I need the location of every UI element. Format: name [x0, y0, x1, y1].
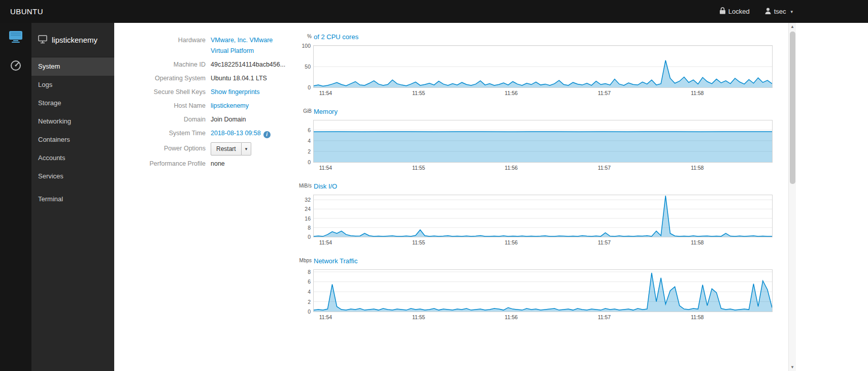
network-x-axis: 11:5411:5511:5611:5711:58: [313, 312, 773, 321]
scroll-up-arrow[interactable]: ▲: [789, 24, 796, 29]
chevron-down-icon: ▾: [790, 9, 793, 14]
machine-id-row: Machine ID 49c1822514114bacb456...: [114, 59, 299, 70]
charts-column: % of 2 CPU cores 050100 11:5411:5511:561…: [299, 32, 774, 331]
system-page: Hardware VMware, Inc. VMware Virtual Pla…: [114, 23, 788, 371]
os-label: Operating System: [114, 73, 206, 84]
user-icon: [765, 8, 771, 16]
restart-button[interactable]: Restart: [211, 142, 242, 156]
x-tick-label: 11:58: [691, 165, 704, 171]
os-value: Ubuntu 18.04.1 LTS: [211, 73, 267, 84]
topbar: UBUNTU Locked tsec ▾: [0, 0, 868, 23]
cpu-x-axis: 11:5411:5511:5611:5711:58: [313, 88, 773, 97]
x-tick-label: 11:56: [505, 90, 518, 96]
topbar-right: Locked tsec ▾: [720, 0, 793, 23]
network-traffic-chart-title-link[interactable]: Network Traffic: [314, 257, 357, 265]
chart-svg: [314, 270, 772, 312]
y-tick-label: 0: [308, 308, 311, 315]
icon-rail: [0, 23, 31, 371]
machines-nav-button[interactable]: [0, 30, 31, 45]
y-tick-label: 50: [305, 64, 311, 70]
x-tick-label: 11:55: [412, 314, 425, 320]
disk-io-x-axis: 11:5411:5511:5611:5711:58: [313, 237, 773, 246]
power-options-label: Power Options: [114, 142, 206, 156]
dashboard-nav-button[interactable]: [0, 59, 31, 74]
gauge-icon: [10, 59, 22, 74]
sidebar-item-logs[interactable]: Logs: [31, 76, 114, 94]
sidebar-item-containers[interactable]: Containers: [31, 131, 114, 149]
network-y-axis: 02468: [299, 269, 313, 312]
system-time-label: System Time: [114, 128, 206, 139]
y-tick-label: 4: [308, 289, 311, 295]
y-tick-label: 6: [308, 279, 311, 285]
x-tick-label: 11:56: [505, 165, 518, 171]
y-tick-label: 4: [308, 138, 311, 144]
memory-chart: GiB Memory 0246 11:5411:5511:5611:5711:5…: [299, 107, 774, 181]
system-time-link[interactable]: 2018-08-13 09:58: [211, 130, 261, 137]
x-tick-label: 11:56: [505, 314, 518, 320]
power-options-control: Restart ▾: [211, 142, 251, 156]
performance-profile-row: Performance Profile none: [114, 159, 299, 169]
show-fingerprints-link[interactable]: Show fingerprints: [211, 88, 260, 96]
y-tick-label: 8: [308, 225, 311, 231]
x-tick-label: 11:58: [691, 314, 704, 320]
x-tick-label: 11:56: [505, 239, 518, 245]
performance-profile-label: Performance Profile: [114, 159, 206, 169]
sidebar-item-networking[interactable]: Networking: [31, 112, 114, 131]
scroll-down-arrow[interactable]: ▼: [789, 365, 796, 369]
y-tick-label: 6: [308, 127, 311, 133]
info-icon[interactable]: i: [263, 131, 271, 138]
cpu-chart-title-link[interactable]: of 2 CPU cores: [314, 33, 358, 41]
y-tick-label: 100: [302, 43, 311, 49]
y-tick-label: 24: [305, 206, 311, 212]
network-unit-label: Mbps: [299, 258, 312, 263]
memory-x-axis: 11:5411:5511:5611:5711:58: [313, 163, 773, 172]
host-name-link[interactable]: lipstickenemy: [211, 102, 249, 109]
disk-io-unit-label: MiB/s: [299, 183, 312, 189]
y-tick-label: 32: [305, 197, 311, 203]
x-tick-label: 11:57: [598, 90, 611, 96]
memory-y-axis: 0246: [299, 120, 313, 163]
disk-io-y-axis: 08162432: [299, 195, 313, 237]
disk-io-plot: [313, 195, 773, 237]
cpu-y-axis: 050100: [299, 45, 313, 88]
system-info: Hardware VMware, Inc. VMware Virtual Pla…: [114, 35, 299, 172]
user-menu[interactable]: tsec ▾: [765, 8, 793, 16]
y-tick-label: 2: [308, 148, 311, 154]
scroll-thumb[interactable]: [790, 32, 795, 184]
hardware-label: Hardware: [114, 35, 206, 56]
memory-chart-title-link[interactable]: Memory: [314, 108, 338, 115]
performance-profile-value: none: [211, 159, 225, 169]
x-tick-label: 11:54: [319, 239, 332, 245]
cpu-unit-label: %: [307, 34, 312, 39]
sidebar-item-accounts[interactable]: Accounts: [31, 149, 114, 167]
sidebar-item-storage[interactable]: Storage: [31, 94, 114, 112]
join-domain-link[interactable]: Join Domain: [211, 114, 246, 125]
host-header[interactable]: lipstickenemy: [31, 23, 114, 57]
vertical-scrollbar[interactable]: ▲ ▼: [788, 23, 796, 371]
host-name: lipstickenemy: [52, 36, 97, 44]
brand-ubuntu: UBUNTU: [10, 7, 43, 16]
power-options-caret-button[interactable]: ▾: [242, 142, 252, 156]
user-label: tsec: [774, 8, 786, 15]
x-tick-label: 11:55: [412, 165, 425, 171]
x-tick-label: 11:54: [319, 314, 332, 320]
ssh-keys-row: Secure Shell Keys Show fingerprints: [114, 87, 299, 98]
lock-icon: [720, 7, 725, 16]
x-tick-label: 11:57: [598, 239, 611, 245]
x-tick-label: 11:57: [598, 165, 611, 171]
host-name-label: Host Name: [114, 101, 206, 111]
x-tick-label: 11:57: [598, 314, 611, 320]
disk-io-chart-title-link[interactable]: Disk I/O: [314, 182, 337, 190]
hardware-link[interactable]: VMware, Inc. VMware Virtual Platform: [211, 37, 273, 54]
cpu-plot: [313, 45, 773, 88]
sidebar-item-terminal[interactable]: Terminal: [31, 190, 114, 208]
chart-svg: [314, 195, 772, 237]
x-tick-label: 11:58: [691, 239, 704, 245]
machine-id-label: Machine ID: [114, 59, 206, 70]
sidebar-item-system[interactable]: System: [31, 57, 114, 76]
sidebar-item-services[interactable]: Services: [31, 167, 114, 186]
locked-indicator[interactable]: Locked: [720, 7, 750, 16]
power-options-row: Power Options Restart ▾: [114, 142, 299, 156]
host-name-row: Host Name lipstickenemy: [114, 101, 299, 111]
disk-io-chart: MiB/s Disk I/O 08162432 11:5411:5511:561…: [299, 181, 774, 256]
